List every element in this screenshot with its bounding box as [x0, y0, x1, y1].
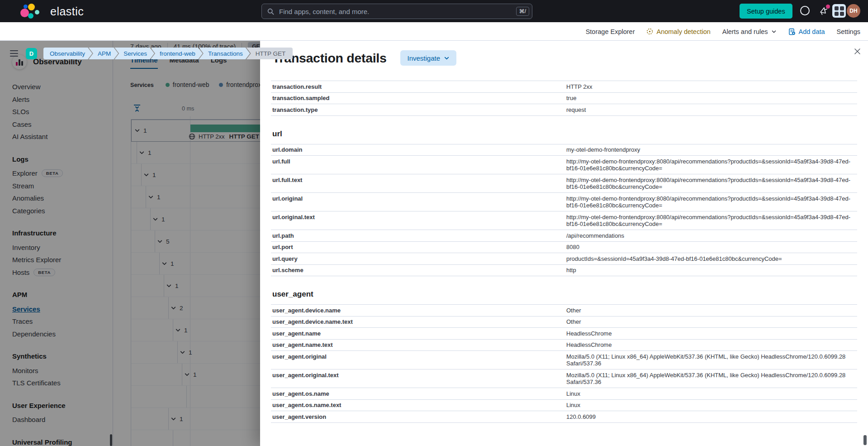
breadcrumb-item[interactable]: HTTP GET [247, 48, 293, 59]
alerts-and-rules-menu[interactable]: Alerts and rules [722, 28, 777, 35]
add-data-link[interactable]: Add data [788, 28, 825, 35]
menu-icon[interactable] [10, 50, 18, 57]
metadata-key: user_agent.os.name [271, 390, 566, 398]
metadata-value: true [566, 95, 857, 102]
breadcrumb-bar: D ObservabilityAPMServicesfrontend-webTr… [0, 22, 868, 41]
search-input[interactable] [278, 7, 516, 16]
metadata-row: transaction.resultHTTP 2xx [271, 81, 857, 93]
metadata-row: user_agent.original.textMozilla/5.0 (X11… [271, 369, 857, 388]
page-actions: Storage Explorer Anomaly detection Alert… [586, 22, 860, 41]
metadata-value: Other [566, 307, 857, 314]
settings-link[interactable]: Settings [837, 28, 860, 35]
metadata-value: HeadlessChrome [566, 330, 857, 337]
elastic-logo-text: elastic [50, 5, 84, 18]
breadcrumb-item[interactable]: APM [89, 48, 118, 59]
metadata-value: my-otel-demo-frontendproxy [566, 146, 857, 153]
breadcrumb-item[interactable]: Services [114, 48, 154, 59]
metadata-key: user_agent.device.name [271, 307, 566, 314]
metadata-row: url.domainmy-otel-demo-frontendproxy [271, 144, 857, 156]
flyout-header: Transaction details Investigate [272, 50, 456, 66]
notification-dot [826, 5, 830, 9]
global-search[interactable]: ⌘/ [261, 4, 532, 19]
metadata-section-heading: user_agent [272, 290, 857, 299]
metadata-value: Mozilla/5.0 (X11; Linux x86_64) AppleWeb… [566, 353, 857, 367]
setup-guides-button[interactable]: Setup guides [740, 4, 792, 19]
top-header: elastic ⌘/ Setup guides DH [0, 0, 868, 22]
metadata-key: transaction.sampled [271, 95, 566, 102]
metadata-row: url.originalhttp://my-otel-demo-frontend… [271, 193, 857, 211]
metadata-row: url.path/api/recommendations [271, 230, 857, 242]
metadata-value: http://my-otel-demo-frontendproxy:8080/a… [566, 195, 857, 209]
metadata-key: url.domain [271, 146, 566, 153]
search-shortcut-badge: ⌘/ [516, 7, 529, 16]
add-data-icon [788, 28, 796, 35]
metadata-value: /api/recommendations [566, 232, 857, 240]
breadcrumb-item[interactable]: Transactions [199, 48, 250, 59]
space-badge[interactable]: D [26, 48, 37, 59]
metadata-key: url.full [271, 158, 566, 165]
metadata-key: user_agent.os.name.text [271, 402, 566, 409]
metadata-row: user_agent.originalMozilla/5.0 (X11; Lin… [271, 351, 857, 369]
metadata-key: transaction.result [271, 83, 566, 91]
metadata-value: http [566, 267, 857, 274]
metadata-section: user_agentuser_agent.device.nameOtheruse… [271, 290, 857, 423]
breadcrumb: ObservabilityAPMServicesfrontend-webTran… [43, 48, 293, 59]
metadata-section: transaction.resultHTTP 2xxtransaction.sa… [271, 81, 857, 116]
metadata-key: url.original [271, 195, 566, 202]
metadata-row: url.schemehttp [271, 265, 857, 277]
metadata-key: user_agent.original.text [271, 372, 566, 379]
metadata-value: http://my-otel-demo-frontendproxy:8080/a… [566, 158, 857, 172]
metadata-row: user_agent.device.name.textOther [271, 317, 857, 328]
metadata-value: http://my-otel-demo-frontendproxy:8080/a… [566, 214, 857, 228]
elastic-logo-icon [20, 3, 43, 19]
chevron-down-icon [444, 55, 450, 61]
metadata-row: transaction.typerequest [271, 104, 857, 116]
metadata-row: user_agent.nameHeadlessChrome [271, 328, 857, 340]
metadata-row: user_agent.name.textHeadlessChrome [271, 340, 857, 351]
metadata-value: http://my-otel-demo-frontendproxy:8080/a… [566, 177, 857, 191]
metadata-value: Mozilla/5.0 (X11; Linux x86_64) AppleWeb… [566, 372, 857, 386]
user-avatar[interactable]: DH [847, 4, 860, 18]
metadata-row: user_agent.os.name.textLinux [271, 400, 857, 412]
investigate-button[interactable]: Investigate [400, 50, 456, 66]
metadata-key: url.full.text [271, 177, 566, 184]
metadata-key: url.query [271, 255, 566, 263]
help-icon[interactable] [800, 6, 810, 15]
metadata-value: productIds=&sessionId=45a9f3a4-39d8-47ed… [566, 255, 857, 263]
metadata-row: url.port8080 [271, 242, 857, 254]
flyout-scrollbar[interactable] [863, 435, 867, 445]
search-icon [267, 8, 274, 15]
metadata-key: url.port [271, 244, 566, 251]
metadata-key: user_agent.version [271, 413, 566, 421]
metadata-row: url.fullhttp://my-otel-demo-frontendprox… [271, 156, 857, 174]
metadata-row: url.original.texthttp://my-otel-demo-fro… [271, 211, 857, 230]
apps-menu-icon[interactable] [832, 4, 846, 18]
metadata-table: transaction.resultHTTP 2xxtransaction.sa… [271, 81, 857, 446]
metadata-value: Linux [566, 402, 857, 409]
elastic-logo[interactable]: elastic [20, 3, 84, 19]
metadata-row: url.full.texthttp://my-otel-demo-fronten… [271, 174, 857, 193]
chevron-down-icon [771, 29, 777, 34]
storage-explorer-link[interactable]: Storage Explorer [586, 28, 635, 35]
metadata-row: user_agent.version120.0.6099 [271, 411, 857, 423]
metadata-key: url.scheme [271, 267, 566, 274]
metadata-value: Linux [566, 390, 857, 398]
metadata-key: user_agent.original [271, 353, 566, 360]
metadata-row: url.queryproductIds=&sessionId=45a9f3a4-… [271, 253, 857, 265]
newsfeed-icon[interactable] [819, 6, 829, 16]
close-icon[interactable] [852, 46, 862, 56]
metadata-value: 120.0.6099 [566, 413, 857, 421]
metadata-row: user_agent.device.nameOther [271, 304, 857, 317]
metadata-value: request [566, 106, 857, 114]
metadata-value: 8080 [566, 244, 857, 251]
metadata-value: HTTP 2xx [566, 83, 857, 91]
breadcrumb-item[interactable]: Observability [43, 48, 92, 59]
breadcrumb-item[interactable]: frontend-web [151, 48, 203, 59]
metadata-key: url.original.text [271, 214, 566, 221]
metadata-key: user_agent.name.text [271, 341, 566, 349]
anomaly-detection-link[interactable]: Anomaly detection [646, 28, 710, 35]
page: elastic ⌘/ Setup guides DH D Observabili… [0, 0, 868, 446]
metadata-value: HeadlessChrome [566, 341, 857, 349]
metadata-section-heading: url [272, 129, 857, 139]
metadata-value: Other [566, 318, 857, 326]
